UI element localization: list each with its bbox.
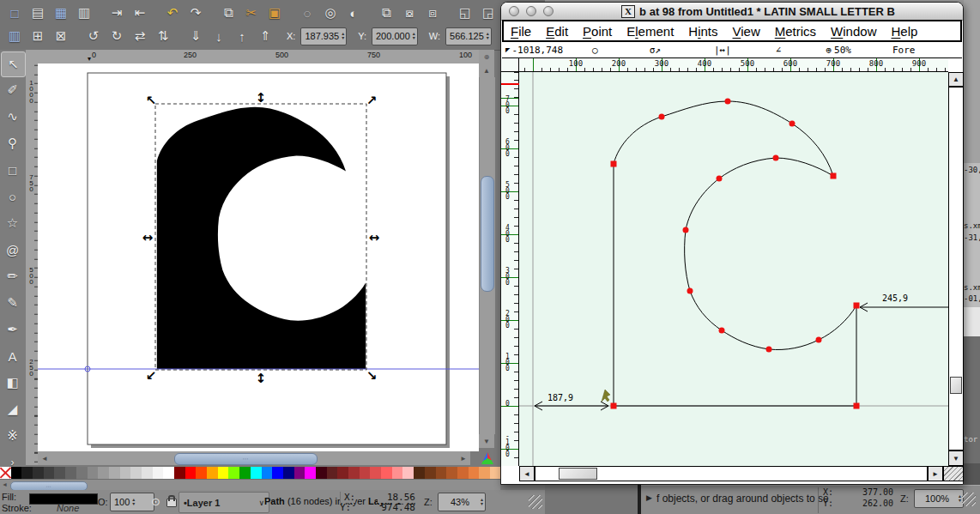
- palette-swatch[interactable]: [120, 467, 131, 479]
- palette-swatch[interactable]: [76, 467, 88, 479]
- flip-vertical-button[interactable]: ⇅: [153, 27, 173, 45]
- document-properties-button[interactable]: ▥: [4, 27, 25, 45]
- menu-hints[interactable]: Hints: [688, 24, 717, 39]
- pencil-tool[interactable]: ✏: [1, 264, 24, 288]
- palette-swatch[interactable]: [185, 467, 197, 479]
- scroll-down-button[interactable]: ▼: [948, 451, 964, 466]
- color-management-icon[interactable]: [481, 451, 494, 465]
- layer-lock-icon[interactable]: [166, 499, 177, 507]
- bezier-pen-tool[interactable]: ✎: [1, 291, 24, 315]
- palette-swatch[interactable]: [348, 467, 360, 479]
- canvas-zoom-corner-icon[interactable]: ⊕: [479, 50, 494, 63]
- tweak-tool[interactable]: ∿: [1, 105, 24, 129]
- corner-point[interactable]: [611, 161, 617, 167]
- node-editor-tool[interactable]: ✐: [1, 78, 24, 102]
- palette-swatch[interactable]: [381, 467, 392, 479]
- curve-point[interactable]: [773, 155, 779, 161]
- deselect-button[interactable]: ⊠: [51, 27, 71, 45]
- import-document-button[interactable]: ⇥: [106, 3, 127, 22]
- zoom-window-button[interactable]: [543, 6, 554, 16]
- glyph-outline-view[interactable]: 187,9 245,9: [519, 72, 948, 466]
- palette-swatch[interactable]: [207, 467, 218, 479]
- corner-point[interactable]: [854, 303, 860, 309]
- curve-point[interactable]: [816, 337, 822, 343]
- curve-point[interactable]: [766, 347, 772, 353]
- select-all-button[interactable]: ⊞: [27, 27, 48, 45]
- glyph-outline-path[interactable]: [614, 101, 856, 406]
- w-field[interactable]: 566.125▴▾: [445, 27, 492, 45]
- palette-swatch[interactable]: [142, 467, 153, 479]
- ungroup-objects-button[interactable]: ◲: [478, 3, 499, 22]
- inkscape-drawing[interactable]: ↖ ↗ ↙ ↘ ↕ ↕ ↔ ↔: [38, 63, 479, 451]
- vertical-scrollbar[interactable]: [948, 87, 964, 451]
- palette-swatch[interactable]: [228, 467, 239, 479]
- active-layer[interactable]: Fore: [892, 45, 916, 56]
- menu-view[interactable]: View: [733, 24, 760, 39]
- vertical-scrollbar-thumb[interactable]: [950, 377, 962, 394]
- palette-swatch[interactable]: [163, 467, 174, 479]
- zoom-drawing-button[interactable]: ◎: [320, 3, 341, 22]
- redo-button[interactable]: ↷: [185, 3, 206, 22]
- palette-swatch[interactable]: [392, 467, 403, 479]
- inkscape-canvas[interactable]: ↖ ↗ ↙ ↘ ↕ ↕ ↔ ↔: [38, 63, 479, 451]
- window-resize-grip[interactable]: [529, 495, 542, 509]
- menu-point[interactable]: Point: [583, 24, 612, 39]
- palette-swatch[interactable]: [262, 467, 273, 479]
- calligraphy-tool[interactable]: ✒: [1, 317, 24, 342]
- menu-edit[interactable]: Edit: [546, 24, 568, 39]
- curve-point[interactable]: [725, 99, 731, 105]
- scroll-left-button[interactable]: ◄: [519, 466, 535, 481]
- palette-swatch[interactable]: [196, 467, 207, 479]
- curve-point[interactable]: [683, 227, 689, 233]
- rectangle-tool[interactable]: □: [1, 158, 24, 182]
- window-resize-grip[interactable]: [962, 493, 976, 506]
- palette-swatch[interactable]: [272, 467, 283, 479]
- rotate-ccw-button[interactable]: ↺: [83, 27, 104, 45]
- palette-swatch[interactable]: [457, 467, 469, 479]
- create-clone-button[interactable]: ⧇: [399, 3, 420, 22]
- vertical-ruler[interactable]: 1000 750 500 250: [26, 63, 38, 465]
- cut-button[interactable]: ✂: [241, 3, 262, 22]
- close-button[interactable]: [509, 6, 519, 16]
- palette-swatch[interactable]: [414, 467, 425, 479]
- palette-swatch[interactable]: [65, 467, 76, 479]
- fontforge-titlebar[interactable]: X b at 98 from Untitled1 * LATIN SMALL L…: [501, 3, 963, 21]
- group-objects-button[interactable]: ◱: [455, 3, 475, 22]
- palette-swatch[interactable]: [130, 467, 142, 479]
- scale-handle-nw[interactable]: ↖: [146, 93, 157, 108]
- zoom-field[interactable]: 43%▴▾: [438, 493, 486, 511]
- palette-swatch[interactable]: [425, 467, 436, 479]
- horizontal-scrollbar-thumb[interactable]: ⋯: [174, 453, 318, 465]
- minimize-button[interactable]: [526, 6, 536, 16]
- unlink-clone-button[interactable]: ⧈: [422, 3, 443, 22]
- curve-point[interactable]: [659, 114, 665, 120]
- scale-handle-s[interactable]: ↕: [256, 371, 267, 386]
- scroll-left-button[interactable]: ◄: [38, 451, 51, 465]
- curve-point[interactable]: [789, 121, 795, 127]
- palette-swatch[interactable]: [337, 467, 348, 479]
- corner-point[interactable]: [611, 403, 617, 409]
- palette-swatch[interactable]: [327, 467, 338, 479]
- lower-to-bottom-button[interactable]: ⇓: [185, 27, 206, 45]
- palette-swatch-none[interactable]: [0, 467, 11, 479]
- scale-handle-sw[interactable]: ↙: [146, 368, 157, 384]
- raise-button[interactable]: ↑: [232, 27, 252, 45]
- scale-handle-se[interactable]: ↘: [366, 368, 378, 384]
- palette-swatch[interactable]: [153, 467, 164, 479]
- open-document-button[interactable]: ▤: [27, 3, 48, 22]
- menu-window[interactable]: Window: [831, 24, 876, 39]
- gradient-tool[interactable]: ◧: [1, 371, 24, 395]
- horizontal-scrollbar-thumb[interactable]: [559, 468, 597, 480]
- palette-scrollbar[interactable]: ◄ ⋯: [0, 479, 500, 491]
- scroll-right-button[interactable]: ►: [928, 466, 943, 481]
- horizontal-ruler[interactable]: 0 250 500 750 100 ▾: [38, 50, 494, 63]
- palette-swatch[interactable]: [98, 467, 109, 479]
- zoom-selection-button[interactable]: ◌: [297, 3, 318, 22]
- palette-swatch[interactable]: [44, 467, 55, 479]
- zoom-tool[interactable]: ⚲: [1, 131, 24, 155]
- scale-handle-n[interactable]: ↕: [256, 90, 267, 106]
- palette-swatch[interactable]: [294, 467, 305, 479]
- scale-handle-e[interactable]: ↔: [369, 230, 380, 245]
- corner-point[interactable]: [831, 173, 837, 179]
- selector-tool[interactable]: ↖: [1, 51, 26, 77]
